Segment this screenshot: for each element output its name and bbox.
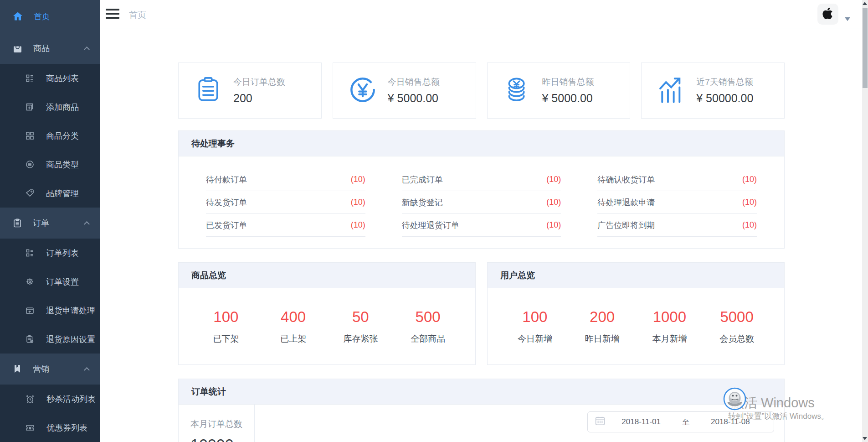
stat-card-value: 200 [233, 92, 285, 105]
sidebar-item-label: 订单列表 [46, 248, 79, 259]
todo-count: (10) [546, 198, 561, 207]
overview-label: 会员总数 [703, 333, 770, 345]
sidebar-section-products[interactable]: 商品 [0, 33, 100, 64]
list-icon [26, 74, 34, 83]
todo-label: 新缺货登记 [402, 197, 443, 208]
sidebar-item-label: 品牌管理 [46, 188, 79, 199]
todo-label: 已发货订单 [206, 220, 247, 231]
stat-card-value: ¥ 50000.00 [696, 92, 753, 105]
date-range-picker[interactable]: 2018-11-01 至 2018-11-08 [587, 411, 774, 432]
orders-submenu: 订单列表 订单设置 退货申请处理 退货原因设置 [0, 239, 100, 354]
date-end[interactable]: 2018-11-08 [694, 417, 766, 426]
order-metric-cell: 本月订单总数 10000 [179, 405, 255, 442]
todo-label: 已完成订单 [402, 174, 443, 185]
sidebar-section-marketing[interactable]: 营销 [0, 354, 100, 385]
sidebar-item-product-type[interactable]: 商品类型 [0, 150, 100, 179]
vertical-scrollbar[interactable] [862, 0, 868, 442]
overview-value: 100 [501, 308, 569, 326]
apple-logo-icon [821, 6, 835, 22]
todo-item[interactable]: 待处理退货订单 (10) [402, 214, 561, 237]
gear-icon [26, 277, 34, 286]
sidebar-item-brand-management[interactable]: 品牌管理 [0, 179, 100, 208]
todo-count: (10) [546, 220, 561, 230]
overview-label: 昨日新增 [569, 333, 636, 345]
overview-label: 全部商品 [394, 333, 462, 345]
stat-card-today-orders: 今日订单总数 200 [178, 62, 322, 119]
todo-count: (10) [351, 220, 365, 230]
sidebar-item-flash-sale-list[interactable]: 秒杀活动列表 [0, 385, 100, 413]
product-overview-body: 100 已下架 400 已上架 50 库存紧张 500 全部商品 [179, 288, 475, 345]
todo-count: (10) [351, 198, 365, 207]
sidebar-item-order-list[interactable]: 订单列表 [0, 239, 100, 267]
overview-label: 本月新增 [636, 333, 704, 345]
sidebar-item-label: 退货申请处理 [46, 305, 95, 316]
sidebar-item-label: 首页 [34, 11, 50, 22]
products-submenu: 商品列表 添加商品 商品分类 商品类型 品牌管理 [0, 64, 100, 208]
todo-item[interactable]: 待确认收货订单 (10) [597, 168, 757, 191]
stat-card-value: ¥ 5000.00 [542, 92, 594, 105]
overview-value: 50 [327, 308, 395, 326]
todo-count: (10) [742, 198, 757, 207]
overview-stat: 1000 本月新增 [636, 308, 704, 345]
stat-card-label: 今日销售总额 [388, 76, 440, 88]
qq-float-icon[interactable] [723, 387, 746, 411]
todo-item[interactable]: 新缺货登记 (10) [402, 191, 561, 214]
todo-label: 广告位即将到期 [597, 220, 655, 231]
todo-count: (10) [351, 175, 365, 184]
sidebar-item-coupon-list[interactable]: 优惠券列表 [0, 413, 100, 442]
metric-label: 本月订单总数 [190, 418, 254, 430]
sidebar-item-label: 退货原因设置 [46, 334, 95, 345]
doc-gear-icon [26, 335, 34, 343]
overview-stat: 100 已下架 [192, 308, 260, 345]
stat-card-yesterday-sales: 昨日销售总额 ¥ 5000.00 [487, 62, 631, 119]
overview-stat: 50 库存紧张 [327, 308, 395, 345]
overview-label: 今日新增 [501, 333, 569, 345]
sidebar-section-orders[interactable]: 订单 [0, 208, 100, 239]
marketing-submenu: 秒杀活动列表 优惠券列表 [0, 385, 100, 442]
sidebar-item-product-category[interactable]: 商品分类 [0, 121, 100, 150]
chevron-up-icon [84, 367, 90, 373]
caret-down-icon[interactable] [845, 17, 850, 21]
overview-value: 1000 [636, 308, 704, 326]
todo-item[interactable]: 待处理退款申请 (10) [597, 191, 757, 214]
hamburger-menu-icon[interactable] [106, 9, 119, 20]
overview-value: 500 [394, 308, 462, 326]
sidebar-item-return-request[interactable]: 退货申请处理 [0, 296, 100, 325]
todo-label: 待付款订单 [206, 174, 247, 185]
scrollbar-up-arrow-icon[interactable] [863, 2, 867, 5]
scrollbar-thumb[interactable] [863, 8, 868, 88]
todo-item[interactable]: 广告位即将到期 (10) [597, 214, 757, 237]
sidebar-item-order-settings[interactable]: 订单设置 [0, 267, 100, 296]
todo-item[interactable]: 已发货订单 (10) [206, 214, 365, 237]
sidebar-item-label: 商品类型 [46, 159, 79, 170]
sidebar-item-add-product[interactable]: 添加商品 [0, 93, 100, 121]
todo-item[interactable]: 待发货订单 (10) [206, 191, 365, 214]
sidebar-item-return-reason[interactable]: 退货原因设置 [0, 325, 100, 354]
overview-stat: 500 全部商品 [394, 308, 462, 345]
todo-label: 待处理退款申请 [597, 197, 655, 208]
todo-column: 已完成订单 (10) 新缺货登记 (10) 待处理退货订单 (10) [402, 168, 561, 237]
scrollbar-down-arrow-icon[interactable] [863, 437, 867, 440]
overview-stat: 200 昨日新增 [569, 308, 636, 345]
stat-card-label: 昨日销售总额 [542, 76, 594, 88]
todo-item[interactable]: 待付款订单 (10) [206, 168, 365, 191]
list-icon [26, 249, 34, 257]
panel-title: 用户总览 [500, 270, 535, 281]
user-overview-panel: 用户总览 100 今日新增 200 昨日新增 1000 本月新增 5000 会员… [487, 262, 785, 365]
sidebar-item-label: 商品分类 [46, 130, 79, 141]
yen-circle-icon [349, 76, 377, 106]
overview-value: 200 [569, 308, 636, 326]
panel-title: 商品总览 [191, 270, 226, 281]
sidebar-item-label: 优惠券列表 [46, 422, 87, 433]
date-start[interactable]: 2018-11-01 [605, 417, 677, 426]
sidebar-item-home[interactable]: 首页 [0, 0, 100, 33]
alarm-clock-icon [26, 395, 35, 404]
sidebar-item-label: 商品列表 [46, 73, 79, 84]
product-overview-panel: 商品总览 100 已下架 400 已上架 50 库存紧张 500 全部商品 [178, 262, 476, 365]
avatar[interactable] [817, 4, 838, 25]
sidebar-section-label: 营销 [33, 364, 49, 374]
clipboard-icon [13, 218, 22, 228]
todo-item[interactable]: 已完成订单 (10) [402, 168, 561, 191]
calendar-icon [595, 416, 605, 428]
sidebar-item-product-list[interactable]: 商品列表 [0, 64, 100, 93]
